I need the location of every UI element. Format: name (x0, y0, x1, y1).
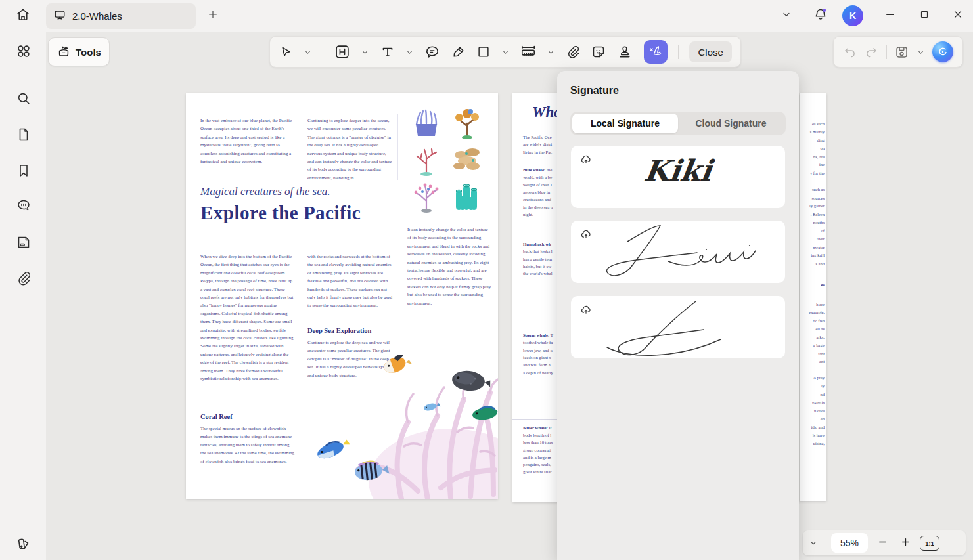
page3-text-fragment: s and (815, 261, 825, 266)
signature-tool-button-active[interactable] (644, 40, 668, 64)
tab-cloud-signature-label: Cloud Signature (695, 118, 766, 129)
attachments-icon[interactable] (16, 270, 32, 286)
page3-text-fragment: es such (812, 121, 825, 126)
edit-tool-button[interactable] (334, 43, 351, 60)
page3-text-fragment: n large (813, 343, 825, 347)
stamp-tool-button[interactable] (617, 44, 633, 60)
undo-icon (843, 45, 857, 59)
page3-text-fragment: experts (812, 400, 825, 404)
signature-card-2[interactable] (571, 221, 785, 283)
flower-coral-image (410, 181, 443, 215)
page1-col1-mid: When we dive deep into the bottom of the… (200, 253, 295, 383)
coral-reef-text: The special mucus on the surface of clow… (200, 425, 295, 465)
comments-icon[interactable] (16, 198, 32, 213)
page3-text-fragment: y for the (810, 171, 825, 175)
actual-size-button[interactable]: 1:1 (920, 536, 939, 551)
avatar-initial: K (849, 11, 856, 21)
highlighter-tool-button[interactable] (451, 45, 466, 60)
page3-text-fragment: en (821, 416, 825, 421)
page2-text-line: group cooperati (523, 448, 551, 452)
home-icon (15, 7, 31, 25)
toolbox-icon (57, 44, 71, 60)
maximize-icon (918, 9, 930, 23)
signature-card-3[interactable] (571, 296, 785, 358)
measure-tool-chevron-icon[interactable] (547, 49, 554, 56)
page3-text-fragment: uisine, (813, 441, 825, 446)
signature-card-1[interactable]: Kiki (571, 146, 785, 208)
save-button[interactable] (894, 45, 909, 60)
minimize-icon (884, 9, 896, 23)
page-thumbnails-icon[interactable] (16, 127, 32, 142)
ai-assistant-button[interactable] (932, 41, 953, 62)
save-icon (894, 45, 909, 60)
bookmark-icon[interactable] (16, 163, 32, 179)
save-chevron-icon[interactable] (917, 49, 924, 56)
collapse-chevron-icon[interactable] (808, 534, 819, 551)
text-t-icon (380, 44, 396, 60)
document-tab[interactable]: 2.0-Whales (46, 3, 196, 29)
shape-tool-chevron-icon[interactable] (502, 49, 509, 56)
zoom-in-button[interactable] (897, 534, 914, 551)
undo-button[interactable] (843, 45, 857, 59)
anemone-coral-image (410, 108, 443, 142)
select-tool-chevron-icon[interactable] (304, 49, 311, 56)
tab-local-signature[interactable]: Local Signature (572, 114, 678, 133)
page3-text-fragment: nwater (813, 245, 825, 249)
text-tool-chevron-icon[interactable] (406, 49, 413, 56)
close-tool-button[interactable]: Close (689, 41, 731, 62)
tab-cloud-signature[interactable]: Cloud Signature (678, 114, 784, 133)
color-swatches-icon[interactable] (16, 535, 32, 551)
page2-text-line: and is a large m (523, 455, 551, 460)
page2-text-line: habits, but it sw (523, 264, 551, 269)
edit-tool-chevron-icon[interactable] (361, 49, 369, 56)
page2-text-line: are widely distri (523, 142, 552, 146)
select-tool-button[interactable] (279, 45, 294, 60)
apps-grid-icon[interactable] (16, 43, 32, 59)
comment-icon (424, 44, 440, 60)
zoom-level[interactable]: 55% (831, 533, 868, 553)
shape-tool-button[interactable] (476, 45, 491, 59)
tube-coral-image (451, 181, 484, 215)
window-close-button[interactable] (948, 7, 968, 24)
redo-button[interactable] (865, 45, 878, 59)
page1-intro-col1: In the vast embrace of our blue planet, … (200, 117, 295, 165)
page3-text-fragment: iant (818, 351, 825, 356)
edit-h-icon (334, 43, 351, 60)
page-layout-icon[interactable] (16, 234, 32, 250)
tools-button[interactable]: Tools (48, 37, 110, 66)
window-maximize-button[interactable] (915, 7, 934, 24)
page2-text-line: penguins, seals, (523, 462, 551, 467)
zoom-out-button[interactable] (874, 534, 891, 551)
search-icon[interactable] (16, 91, 32, 106)
page2-text-line: crustaceans and (523, 197, 551, 202)
page2-text-line: less than 10 tons (523, 440, 553, 444)
page3-text-fragment: es (821, 282, 825, 287)
window-minimize-button[interactable] (880, 7, 900, 24)
page2-text-line: Blue whale: the (523, 167, 552, 172)
bell-icon (813, 7, 828, 25)
tools-label: Tools (76, 47, 101, 58)
user-avatar[interactable]: K (842, 5, 863, 26)
home-button[interactable] (14, 7, 32, 25)
comment-tool-button[interactable] (424, 44, 440, 60)
titlebar-chevron-button[interactable] (779, 9, 794, 23)
measure-tool-button[interactable] (520, 43, 537, 60)
page3-text-fragment: ding (817, 138, 825, 142)
notifications-button[interactable] (812, 7, 829, 24)
document-canvas (46, 32, 973, 560)
page3-text-fragment: example, (809, 310, 825, 314)
sticker-icon (591, 44, 606, 60)
text-tool-button[interactable] (380, 44, 396, 60)
document-tab-title: 2.0-Whales (72, 11, 122, 22)
chevron-down-icon (781, 9, 792, 22)
attachment-tool-button[interactable] (566, 45, 580, 59)
signature-drawing-k-flourish (571, 296, 785, 358)
close-tool-label: Close (698, 47, 723, 58)
sticker-tool-button[interactable] (591, 44, 606, 60)
coral-reef-photo (296, 353, 498, 499)
new-tab-button[interactable] (205, 8, 221, 24)
page2-text-line: body length of l (523, 433, 551, 437)
signature-kiki: Kiki (568, 154, 787, 187)
page3-text-fragment: such as (812, 187, 825, 192)
page3-text-fragment: ids, and (811, 425, 825, 429)
